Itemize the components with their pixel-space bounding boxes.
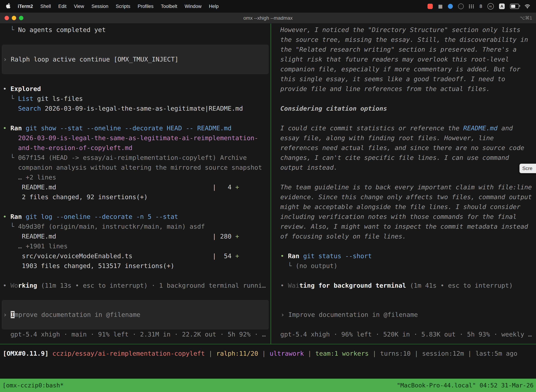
- terminal-line: README.md | 280 +: [0, 232, 270, 241]
- left-prompt-input[interactable]: › Improve documentation in @filename: [2, 300, 269, 330]
- omx-status-segment: ralph:11/20: [216, 350, 258, 357]
- omx-status-segment: |: [304, 350, 315, 357]
- right-terminal-pane[interactable]: However, I noticed the "Directory Struct…: [271, 23, 536, 344]
- text-segment: this single essay, it seems like a good …: [280, 75, 505, 83]
- text-segment: Ran: [288, 252, 299, 260]
- text-segment: git show --stat --oneline --decorate HEA…: [26, 125, 231, 132]
- battery-icon[interactable]: [510, 4, 519, 9]
- omx-status-segment: |: [411, 350, 422, 357]
- text-segment: slight risk that future readers may over…: [280, 56, 509, 63]
- terminal-line: └ 4b9d30f (origin/main, instructkr/main,…: [0, 222, 270, 232]
- menu-item-view[interactable]: View: [70, 4, 88, 9]
- text-segment: └: [3, 26, 18, 33]
- text-segment: +: [235, 252, 239, 260]
- menu-item-profiles[interactable]: Profiles: [134, 4, 157, 9]
- right-model-status-line: gpt-5.4 xhigh · 96% left · 520K in · 5.8…: [271, 330, 536, 339]
- text-segment: Wai: [288, 282, 299, 289]
- left-terminal-pane[interactable]: └ No agents completed yet› Ralph loop ac…: [0, 23, 270, 344]
- terminal-line: 1903 files changed, 513517 insertions(+): [0, 261, 270, 271]
- text-segment: Ran: [10, 213, 22, 220]
- app-grid-icon[interactable]: [469, 5, 474, 8]
- input-source-icon[interactable]: A: [499, 4, 505, 9]
- text-segment: of focusing solely on file lines.: [280, 233, 406, 240]
- text-segment: I: [11, 311, 14, 318]
- wifi-icon[interactable]: [524, 4, 530, 9]
- text-segment: README.md | 280: [3, 233, 235, 240]
- terminal-line: provide file and line references from th…: [271, 84, 536, 94]
- text-segment: 1903 files changed, 513517 insertions(+): [3, 262, 174, 269]
- zoom-button[interactable]: [19, 16, 23, 20]
- meter-badge-icon[interactable]: 61: [488, 3, 494, 9]
- terminal-line: [271, 241, 536, 251]
- terminal-line: └ 067f154 (HEAD -> essay/ai-reimplementa…: [0, 153, 270, 163]
- menu-item-shell[interactable]: Shell: [37, 4, 55, 9]
- menu-item-help[interactable]: Help: [205, 4, 222, 9]
- terminal-line: [271, 94, 536, 104]
- screen-recording-stop-icon[interactable]: [427, 4, 433, 9]
- text-segment: review. Also, I might want to inspect th…: [280, 223, 528, 230]
- text-segment: mprove documentation in @filename: [14, 311, 140, 318]
- terminal-line: The team guideline is to back every impo…: [271, 182, 536, 192]
- terminal-line: └ No agents completed yet: [0, 25, 270, 35]
- tmux-host-clock-label: "MacBook-Pro-44.local" 04:52 31-Mar-26: [397, 382, 534, 389]
- close-button[interactable]: [5, 16, 9, 20]
- menu-item-toolbelt[interactable]: Toolbelt: [157, 4, 181, 9]
- text-segment: ›: [281, 311, 288, 318]
- left-pane-content: └ No agents completed yet› Ralph loop ac…: [0, 25, 270, 290]
- terminal-line: I could cite commit statistics or refere…: [271, 123, 536, 133]
- traffic-lights: [0, 16, 23, 20]
- right-prompt-input[interactable]: › Improve documentation in @filename: [273, 300, 534, 330]
- window-shortcut-badge: ⌥⌘1: [520, 15, 536, 21]
- text-segment: [22, 125, 26, 132]
- text-segment: gpt-5.4 xhigh · 96% left · 520K in · 5.8…: [280, 331, 532, 338]
- text-segment: Considering citation options: [280, 105, 387, 112]
- dark-app-icon[interactable]: [458, 4, 464, 9]
- terminal-line: › Improve documentation in @filename: [273, 310, 534, 320]
- tmux-status-bar: [omx-cczip0:bash* "MacBook-Pro-44.local"…: [0, 379, 536, 392]
- menu-status-icons: ▦861A: [427, 3, 531, 9]
- terminal-line: › Ralph loop active continue [OMX_TMUX_I…: [2, 54, 269, 64]
- text-segment: Ran: [10, 125, 22, 132]
- terminal-line: essay file, along with finding root file…: [271, 133, 536, 143]
- terminal-line: [271, 113, 536, 123]
- terminal-line: this single essay, it seems like a good …: [271, 74, 536, 84]
- menu-item-session[interactable]: Session: [88, 4, 112, 9]
- apple-menu[interactable]: [5, 3, 14, 10]
- blue-app-icon[interactable]: [448, 4, 453, 9]
- omx-status-segment: team:1 workers: [315, 350, 368, 357]
- text-segment: [22, 213, 26, 220]
- omx-status-segment: session:12m: [422, 350, 464, 357]
- terminal-line: • Waiting for background terminal (1m 41…: [271, 281, 536, 290]
- menu-item-edit[interactable]: Edit: [55, 4, 70, 9]
- left-model-status-line: gpt-5.4 xhigh · main · 91% left · 2.31M …: [0, 330, 270, 339]
- terminal-line: … +2 lines: [0, 173, 270, 182]
- text-segment: the source tree, missing the essay. Stil…: [280, 36, 528, 43]
- minimize-button[interactable]: [12, 16, 16, 20]
- window-title-bar[interactable]: omx --xhigh --madmax ⌥⌘1: [0, 13, 536, 23]
- omx-status-strip: [OMX#0.11.9] cczip/essay/ai-reimplementa…: [0, 344, 536, 379]
- right-pane-bottom: › Improve documentation in @filenamegpt-…: [271, 300, 536, 339]
- window-layout-icon[interactable]: ▦: [438, 4, 443, 9]
- text-segment: changes, I can't cite specific file line…: [280, 154, 509, 161]
- menu-item-window[interactable]: Window: [181, 4, 205, 9]
- text-segment: README.md: [463, 125, 498, 132]
- window-title: omx --xhigh --madmax: [0, 15, 536, 21]
- text-segment: •: [3, 125, 10, 132]
- screen-share-popover[interactable]: Scre: [519, 164, 536, 173]
- keyboard-widget-icon[interactable]: 8: [479, 4, 482, 9]
- terminal-line: [0, 74, 270, 84]
- text-segment: git status --short: [303, 252, 372, 260]
- terminal-line: slight risk that future readers may over…: [271, 54, 536, 64]
- text-segment: [299, 252, 303, 260]
- terminal-line: the source tree, missing the essay. Stil…: [271, 35, 536, 45]
- text-segment: 4b9d30f (origin/main, instructkr/main, m…: [18, 223, 205, 230]
- text-segment: I could cite commit statistics or refere…: [280, 125, 463, 132]
- text-segment: Ralph loop active continue [OMX_TMUX_INJ…: [11, 56, 178, 63]
- terminal-line: [0, 113, 270, 123]
- text-segment: git log --oneline --decorate -n 5 --stat: [26, 213, 178, 220]
- menu-item-iterm2[interactable]: iTerm2: [14, 4, 37, 9]
- menu-item-scripts[interactable]: Scripts: [112, 4, 134, 9]
- left-pane-bottom: › Improve documentation in @filename gpt…: [0, 300, 270, 339]
- terminal-line: README.md | 4 +: [0, 182, 270, 192]
- text-segment: Explored: [10, 85, 41, 92]
